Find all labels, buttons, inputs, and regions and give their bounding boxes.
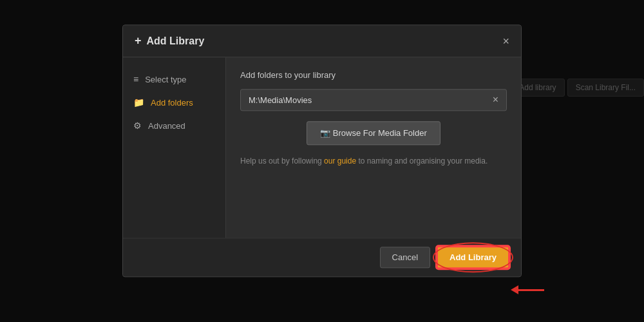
folder-icon: 📁 (133, 97, 144, 108)
add-library-button[interactable]: Add Library (437, 246, 509, 269)
sidebar-item-select-type[interactable]: ≡ Select type (123, 68, 225, 91)
gear-icon: ⚙ (133, 120, 142, 131)
sidebar-item-label-advanced: Advanced (148, 121, 185, 131)
modal-sidebar: ≡ Select type 📁 Add folders ⚙ Advanced (123, 57, 226, 238)
modal-body: ≡ Select type 📁 Add folders ⚙ Advanced A… (123, 57, 521, 238)
annotation-arrow (511, 285, 544, 294)
modal-content-area: Add folders to your library M:\Media\Mov… (226, 57, 521, 238)
select-type-icon: ≡ (133, 74, 138, 84)
sidebar-item-label-add-folders: Add folders (151, 98, 193, 108)
section-label: Add folders to your library (240, 70, 507, 80)
sidebar-item-add-folders[interactable]: 📁 Add folders (123, 91, 225, 114)
modal-footer: Cancel Add Library (123, 238, 521, 276)
browse-camera-icon: 📷 (320, 128, 330, 138)
folder-clear-button[interactable]: × (493, 95, 498, 105)
arrow-head-icon (511, 285, 518, 294)
modal-title-text: Add Library (147, 35, 205, 47)
help-guide-link[interactable]: our guide (324, 156, 356, 166)
help-text: Help us out by following our guide to na… (240, 156, 507, 166)
modal-close-button[interactable]: × (502, 35, 509, 47)
add-library-button-wrapper: Add Library (437, 246, 509, 269)
browse-media-folder-button[interactable]: 📷 Browse For Media Folder (307, 121, 440, 145)
folder-path-text: M:\Media\Movies (249, 95, 493, 105)
title-plus-icon: + (135, 34, 142, 48)
help-text-suffix: to naming and organising your media. (356, 156, 488, 166)
help-text-prefix: Help us out by following (240, 156, 324, 166)
folder-input-row: M:\Media\Movies × (240, 89, 507, 111)
modal-header: + Add Library × (123, 25, 521, 57)
cancel-button[interactable]: Cancel (380, 247, 430, 268)
browse-btn-label: Browse For Media Folder (333, 128, 427, 138)
modal-title: + Add Library (135, 34, 204, 48)
add-library-modal: + Add Library × ≡ Select type 📁 Add fold… (122, 24, 522, 277)
arrow-line (518, 289, 544, 291)
sidebar-item-label-select-type: Select type (145, 75, 186, 84)
sidebar-item-advanced[interactable]: ⚙ Advanced (123, 114, 225, 137)
